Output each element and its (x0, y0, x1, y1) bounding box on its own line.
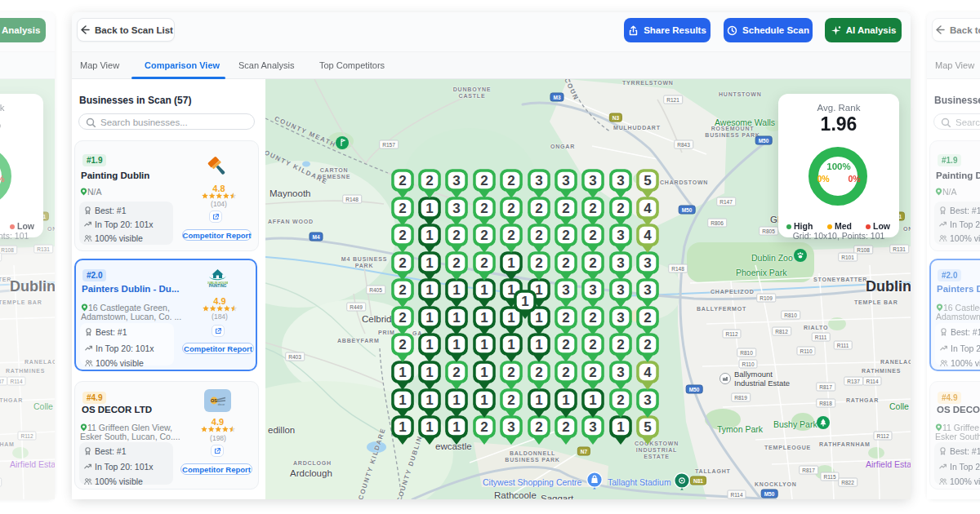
svg-text:1: 1 (425, 365, 433, 380)
svg-text:2: 2 (535, 365, 542, 380)
svg-text:2: 2 (590, 310, 597, 326)
svg-text:2: 2 (562, 419, 569, 435)
svg-text:3: 3 (617, 228, 624, 243)
svg-text:2: 2 (399, 173, 406, 188)
svg-text:2: 2 (507, 173, 514, 188)
svg-text:2: 2 (535, 228, 542, 243)
svg-text:1: 1 (562, 392, 569, 408)
svg-text:2: 2 (535, 419, 542, 435)
svg-text:1: 1 (425, 419, 433, 435)
svg-text:1: 1 (425, 337, 433, 352)
svg-text:1: 1 (480, 310, 488, 326)
svg-text:1: 1 (590, 392, 597, 408)
svg-text:1: 1 (507, 255, 514, 271)
svg-text:2: 2 (453, 255, 461, 271)
svg-text:4: 4 (644, 228, 652, 243)
svg-text:1: 1 (617, 419, 624, 435)
svg-text:1: 1 (480, 392, 488, 408)
svg-text:3: 3 (507, 419, 514, 435)
svg-text:3: 3 (562, 173, 569, 188)
svg-text:2: 2 (590, 201, 597, 216)
svg-text:2: 2 (644, 337, 651, 352)
svg-text:2: 2 (399, 201, 406, 216)
svg-text:3: 3 (617, 173, 624, 188)
svg-text:3: 3 (617, 255, 624, 271)
svg-text:1: 1 (425, 310, 433, 326)
svg-text:1: 1 (535, 392, 542, 408)
svg-text:2: 2 (590, 255, 597, 271)
svg-text:2: 2 (617, 337, 624, 352)
svg-text:2: 2 (644, 310, 651, 326)
svg-text:3: 3 (535, 173, 542, 188)
svg-text:2: 2 (453, 228, 461, 243)
svg-text:1: 1 (480, 337, 488, 352)
svg-text:2: 2 (617, 201, 624, 216)
svg-text:1: 1 (399, 392, 406, 408)
svg-text:3: 3 (617, 365, 624, 380)
svg-text:5: 5 (644, 173, 651, 188)
svg-text:3: 3 (562, 282, 569, 298)
svg-text:3: 3 (590, 173, 597, 188)
svg-text:2: 2 (480, 255, 488, 271)
svg-text:2: 2 (590, 365, 597, 380)
svg-text:PAINTING: PAINTING (209, 284, 227, 288)
svg-text:1: 1 (453, 310, 461, 326)
svg-text:3: 3 (590, 419, 597, 435)
svg-text:2: 2 (507, 365, 514, 380)
svg-text:2: 2 (399, 282, 406, 298)
svg-text:3: 3 (590, 282, 597, 298)
svg-text:1: 1 (425, 201, 433, 216)
svg-text:3: 3 (453, 173, 461, 188)
svg-text:2: 2 (480, 228, 488, 243)
svg-text:1: 1 (399, 365, 406, 380)
svg-text:3: 3 (644, 282, 651, 298)
svg-text:1: 1 (425, 392, 433, 408)
svg-text:3: 3 (617, 310, 624, 326)
svg-text:1: 1 (480, 365, 488, 380)
svg-text:1: 1 (480, 282, 488, 298)
svg-text:2: 2 (617, 392, 624, 408)
svg-text:1: 1 (453, 337, 461, 352)
svg-text:1: 1 (535, 337, 542, 352)
svg-text:2: 2 (507, 201, 514, 216)
svg-text:2: 2 (562, 255, 569, 271)
svg-text:2: 2 (399, 255, 406, 271)
svg-text:1: 1 (521, 294, 528, 309)
svg-text:1: 1 (425, 282, 433, 298)
svg-text:2: 2 (399, 310, 406, 326)
svg-text:2: 2 (562, 310, 569, 326)
svg-text:2: 2 (480, 201, 488, 216)
svg-text:2: 2 (562, 365, 569, 380)
svg-text:4: 4 (644, 365, 652, 380)
svg-text:3: 3 (644, 392, 651, 408)
svg-text:2: 2 (507, 228, 514, 243)
svg-text:2: 2 (399, 337, 406, 352)
svg-text:2: 2 (562, 201, 569, 216)
svg-text:2: 2 (562, 337, 569, 352)
svg-text:2: 2 (535, 201, 542, 216)
svg-text:2: 2 (399, 228, 406, 243)
svg-text:2: 2 (590, 337, 597, 352)
svg-text:1: 1 (425, 255, 433, 271)
svg-text:2: 2 (480, 419, 488, 435)
svg-text:2: 2 (425, 173, 433, 188)
svg-text:1: 1 (425, 228, 433, 243)
svg-text:1: 1 (453, 392, 461, 408)
svg-text:3: 3 (453, 201, 461, 216)
svg-text:3: 3 (644, 255, 651, 271)
svg-text:1: 1 (453, 282, 461, 298)
svg-text:1: 1 (507, 337, 514, 352)
svg-text:4: 4 (644, 201, 652, 216)
svg-text:1: 1 (453, 419, 461, 435)
svg-text:2: 2 (562, 228, 569, 243)
svg-text:decor: decor (218, 403, 225, 406)
svg-text:2: 2 (507, 392, 514, 408)
svg-text:2: 2 (453, 365, 461, 380)
svg-text:3: 3 (617, 282, 624, 298)
svg-text:2: 2 (535, 255, 542, 271)
svg-text:5: 5 (644, 419, 651, 435)
svg-text:1: 1 (399, 419, 406, 435)
svg-text:2: 2 (590, 228, 597, 243)
svg-text:OS: OS (211, 398, 217, 403)
svg-text:2: 2 (480, 173, 488, 188)
